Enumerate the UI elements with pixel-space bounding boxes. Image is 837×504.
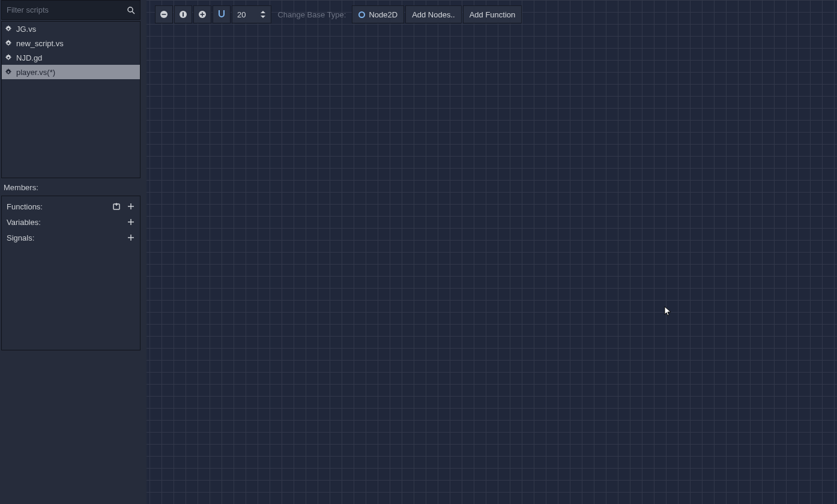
members-panel: Functions: Variables: Signals: (1, 196, 141, 350)
svg-point-2 (7, 28, 9, 29)
base-type-value: Node2D (369, 10, 397, 19)
add-variable-button[interactable] (127, 218, 135, 226)
add-nodes-label: Add Nodes.. (412, 10, 455, 19)
graph-canvas[interactable]: 20 Change Base Type: Node2D Add Nodes.. … (147, 0, 837, 504)
cursor-icon (664, 306, 672, 317)
base-type-button[interactable]: Node2D (352, 5, 404, 23)
svg-point-5 (7, 71, 9, 73)
override-function-button[interactable] (112, 202, 121, 211)
script-name: player.vs(*) (16, 68, 55, 77)
svg-point-3 (7, 42, 9, 44)
snap-step-value: 20 (237, 10, 246, 19)
change-base-type-label: Change Base Type: (273, 5, 351, 23)
variables-section: Variables: (2, 214, 140, 230)
signals-label: Signals: (7, 233, 34, 242)
script-list: JG.vs new_script.vs NJD.gd player.vs(*) (1, 21, 141, 178)
script-item[interactable]: player.vs(*) (2, 65, 140, 79)
functions-label: Functions: (7, 202, 43, 211)
script-icon (4, 39, 13, 47)
functions-section: Functions: (2, 199, 140, 214)
svg-point-4 (7, 56, 9, 58)
snap-toggle-button[interactable] (213, 5, 231, 23)
search-icon[interactable] (127, 6, 135, 14)
members-label: Members: (0, 178, 142, 196)
script-icon (4, 53, 13, 62)
signals-section: Signals: (2, 230, 140, 245)
script-icon (4, 68, 13, 76)
svg-rect-8 (162, 14, 166, 15)
zoom-out-button[interactable] (155, 5, 173, 23)
svg-rect-10 (183, 13, 184, 17)
add-nodes-button[interactable]: Add Nodes.. (405, 5, 462, 23)
updown-icon (260, 10, 266, 19)
script-item[interactable]: JG.vs (2, 22, 140, 36)
snap-step-spinbox[interactable]: 20 (232, 5, 271, 23)
script-name: JG.vs (16, 25, 36, 34)
variables-label: Variables: (7, 218, 41, 227)
svg-rect-13 (202, 13, 203, 17)
filter-scripts-input[interactable] (7, 5, 127, 14)
script-name: NJD.gd (16, 53, 42, 62)
svg-point-0 (128, 7, 133, 12)
zoom-in-button[interactable] (193, 5, 211, 23)
add-function-button[interactable] (127, 202, 135, 211)
add-function-toolbar-button[interactable]: Add Function (463, 5, 522, 23)
svg-line-1 (132, 11, 134, 14)
zoom-reset-button[interactable] (174, 5, 192, 23)
graph-toolbar: 20 Change Base Type: Node2D Add Nodes.. … (155, 5, 522, 24)
sidebar: JG.vs new_script.vs NJD.gd player.vs(*) … (0, 0, 142, 504)
script-icon (4, 25, 13, 33)
script-item[interactable]: new_script.vs (2, 36, 140, 50)
node2d-icon (358, 11, 365, 18)
script-item[interactable]: NJD.gd (2, 50, 140, 65)
add-signal-button[interactable] (127, 233, 135, 242)
script-name: new_script.vs (16, 39, 64, 48)
filter-scripts-row (1, 0, 141, 20)
add-function-label: Add Function (470, 10, 516, 19)
